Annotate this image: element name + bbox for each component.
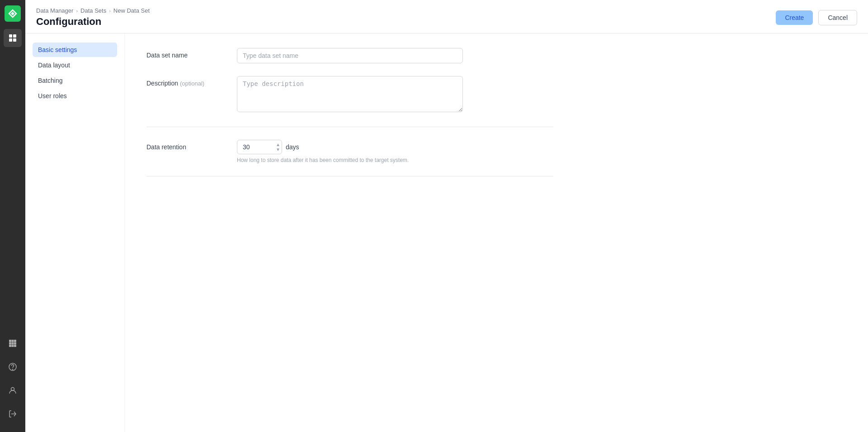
description-label: Description (optional): [146, 76, 237, 87]
svg-rect-6: [12, 340, 14, 342]
dataset-name-input[interactable]: [237, 48, 463, 63]
days-label: days: [286, 143, 299, 151]
svg-rect-9: [12, 342, 14, 345]
description-control: [237, 76, 463, 114]
form-divider-2: [146, 176, 553, 176]
breadcrumb-sep-2: ›: [109, 8, 111, 14]
create-button[interactable]: Create: [776, 10, 813, 25]
form-row-data-retention: Data retention ▲ ▼ days: [146, 140, 553, 163]
form-row-dataset-name: Data set name: [146, 48, 553, 63]
sidebar-item-user[interactable]: [4, 381, 22, 399]
form-row-description: Description (optional): [146, 76, 553, 114]
retention-row: ▲ ▼ days: [237, 140, 463, 154]
sidebar-item-help[interactable]: [4, 358, 22, 376]
nav-item-basic-settings[interactable]: Basic settings: [33, 43, 117, 57]
number-spinners: ▲ ▼: [276, 142, 280, 152]
cancel-button[interactable]: Cancel: [818, 10, 857, 25]
spinner-down-button[interactable]: ▼: [276, 147, 280, 152]
header-actions: Create Cancel: [776, 10, 857, 25]
nav-item-batching[interactable]: Batching: [33, 73, 117, 88]
nav-item-data-layout[interactable]: Data layout: [33, 58, 117, 72]
svg-point-15: [13, 369, 13, 370]
sidebar: [0, 0, 25, 432]
data-retention-help: How long to store data after it has been…: [237, 157, 463, 163]
sidebar-item-apps[interactable]: [4, 334, 22, 352]
svg-rect-3: [9, 38, 12, 42]
data-retention-input[interactable]: [237, 140, 282, 154]
sidebar-item-grid[interactable]: [4, 29, 22, 47]
content-area: Basic settings Data layout Batching User…: [25, 33, 868, 432]
form-area: Data set name Description (optional): [125, 33, 868, 432]
description-input[interactable]: [237, 76, 463, 112]
svg-rect-2: [13, 34, 16, 38]
page-title: Configuration: [36, 16, 150, 28]
svg-rect-10: [14, 342, 16, 345]
left-nav: Basic settings Data layout Batching User…: [25, 33, 125, 432]
breadcrumb: Data Manager › Data Sets › New Data Set: [36, 7, 150, 14]
breadcrumb-data-sets[interactable]: Data Sets: [80, 7, 106, 14]
description-optional: (optional): [180, 80, 204, 87]
dataset-name-label: Data set name: [146, 48, 237, 59]
form-divider-1: [146, 127, 553, 127]
svg-rect-8: [9, 342, 11, 345]
data-retention-label: Data retention: [146, 140, 237, 151]
svg-rect-11: [9, 345, 11, 347]
dataset-name-control: [237, 48, 463, 63]
breadcrumb-new-data-set: New Data Set: [113, 7, 150, 14]
main-content: Data Manager › Data Sets › New Data Set …: [25, 0, 868, 432]
breadcrumb-sep-1: ›: [76, 8, 78, 14]
header: Data Manager › Data Sets › New Data Set …: [25, 0, 868, 33]
nav-item-user-roles[interactable]: User roles: [33, 89, 117, 103]
header-left: Data Manager › Data Sets › New Data Set …: [36, 7, 150, 28]
number-input-wrapper: ▲ ▼: [237, 140, 282, 154]
data-retention-control: ▲ ▼ days How long to store data after it…: [237, 140, 463, 163]
app-logo[interactable]: [5, 5, 21, 22]
svg-rect-5: [9, 340, 11, 342]
sidebar-item-logout[interactable]: [4, 405, 22, 423]
breadcrumb-data-manager[interactable]: Data Manager: [36, 7, 73, 14]
spinner-up-button[interactable]: ▲: [276, 142, 280, 147]
svg-rect-4: [13, 38, 16, 42]
svg-rect-1: [9, 34, 12, 38]
form-section-basic: Data set name Description (optional): [146, 48, 553, 176]
svg-rect-13: [14, 345, 16, 347]
svg-rect-7: [14, 340, 16, 342]
sidebar-bottom: [4, 334, 22, 432]
svg-rect-12: [12, 345, 14, 347]
